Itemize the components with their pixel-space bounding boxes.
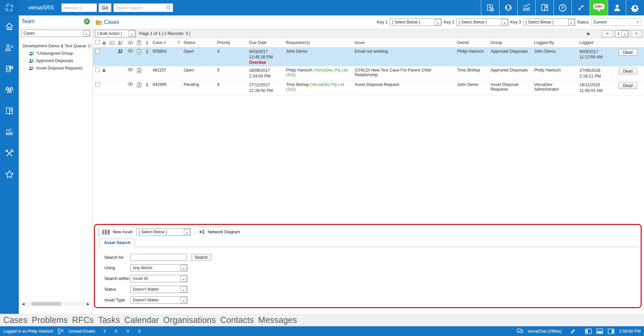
col-requestors[interactable]: Requestor(s) — [284, 38, 353, 47]
mail-queue-icon[interactable] — [4, 64, 14, 74]
reports-chart-icon[interactable] — [4, 127, 14, 137]
user-icon[interactable] — [608, 0, 626, 15]
new-record-icon[interactable] — [481, 0, 499, 15]
col-group[interactable]: Group — [489, 38, 533, 47]
chat-icon[interactable] — [517, 329, 523, 334]
row-checkbox[interactable] — [95, 82, 100, 87]
chat-status-text[interactable]: versaChat (Offline) — [528, 329, 561, 334]
queue-monitor-icon[interactable] — [58, 329, 64, 334]
layout-bottom-panel-icon[interactable] — [596, 329, 603, 334]
cell-case-number[interactable]: 442990 — [151, 81, 182, 95]
cell-logged: 9/03/2017 11:12:59 AM — [578, 47, 611, 66]
team-panel: Team ⟳ Cases ⌄ Development Demo & Test Q… — [19, 15, 93, 314]
scroll-left-icon[interactable]: ◀ — [21, 302, 25, 306]
scroll-right-icon[interactable]: ▶ — [86, 302, 91, 306]
unread-count[interactable]: 0 — [138, 329, 141, 334]
tree-item-asset-disposal-requests[interactable]: ▷ Asset Disposal Requests — [21, 64, 91, 72]
dead-button[interactable]: Dead — [619, 49, 637, 56]
cell-case-number[interactable]: 505803 — [151, 47, 182, 66]
using-select[interactable]: Any Words⌄ — [130, 264, 187, 272]
row-checkbox[interactable] — [95, 49, 100, 53]
page-number-select[interactable]: 1⌄ — [615, 30, 629, 37]
dead-button[interactable]: Dead — [619, 68, 637, 75]
refresh-icon[interactable]: ⟳ — [84, 18, 90, 25]
nav-organisations[interactable]: Organisations — [163, 315, 216, 325]
unread-count[interactable]: 0 — [127, 329, 129, 334]
nav-contacts[interactable]: Contacts — [220, 315, 254, 325]
team-horizontal-scrollbar[interactable]: ◀ ▶ — [21, 301, 91, 306]
prev-page-button[interactable]: < — [602, 30, 613, 37]
status-filter-select[interactable]: Current▼ — [591, 18, 641, 26]
drag-grip-icon[interactable] — [98, 229, 99, 236]
tab-asset-search[interactable]: Asset Search — [100, 239, 135, 247]
versasrs-logo[interactable] — [0, 0, 19, 15]
record-number-input[interactable] — [61, 3, 97, 12]
scrollbar-thumb[interactable] — [32, 302, 61, 306]
contacts-list-icon[interactable] — [4, 43, 14, 53]
favorites-star-icon[interactable] — [4, 170, 14, 180]
help-icon[interactable]: ? — [553, 0, 572, 15]
nav-rfcs[interactable]: RFCs — [72, 315, 94, 325]
play-icon[interactable]: ▶ — [587, 31, 590, 36]
search-within-select[interactable]: Asset ID⌄ — [130, 275, 187, 282]
expander-icon[interactable]: ▷ — [23, 66, 27, 70]
filter-icon[interactable] — [177, 41, 181, 45]
col-status[interactable]: Status — [182, 38, 216, 47]
dead-button[interactable]: Dead — [619, 82, 637, 89]
asset-search-button[interactable]: Search — [191, 254, 212, 261]
tree-root-queue[interactable]: Development Demo & Test Queue (0 — [21, 42, 91, 50]
knowledge-base-icon[interactable]: i — [535, 0, 553, 15]
cell-case-number[interactable]: 481157 — [151, 66, 182, 81]
cell-due-date: 9/03/2017 12:45:26 PM — [249, 49, 283, 60]
col-priority[interactable]: Priority — [216, 38, 248, 47]
table-row[interactable]: 505803 Open 4 9/03/2017 12:45:26 PMOverd… — [93, 47, 644, 66]
tree-item-unassigned-group[interactable]: *Unassigned Group — [21, 50, 91, 57]
layout-left-panel-icon[interactable] — [585, 329, 592, 334]
expander-icon[interactable]: ▷ — [23, 59, 27, 63]
key1-select[interactable]: { Select Below }⌄ — [390, 18, 442, 26]
teams-icon[interactable] — [4, 85, 14, 95]
notifications-icon[interactable]: 100+ — [590, 0, 608, 15]
col-logged[interactable]: Logged — [578, 38, 611, 47]
col-logged-by[interactable]: Logged By — [533, 38, 578, 47]
row-checkbox[interactable] — [95, 68, 100, 72]
col-case-number[interactable]: Case # — [153, 40, 166, 45]
compose-pen-icon[interactable] — [570, 329, 576, 334]
col-owner[interactable]: Owner — [455, 38, 489, 47]
cell-logged: 16/11/2015 11:55:03 AM — [578, 81, 611, 95]
nav-messages[interactable]: Messages — [258, 315, 297, 325]
quick-search-input[interactable] — [113, 3, 173, 12]
expand-icon[interactable] — [572, 0, 590, 15]
agent-headset-icon[interactable] — [499, 0, 517, 15]
statistics-icon[interactable] — [517, 0, 535, 15]
new-asset-select[interactable]: { Select Below }⌄ — [137, 228, 191, 236]
asset-type-select[interactable]: Doesn't Matter⌄ — [130, 296, 187, 304]
network-diagram-label[interactable]: Network Diagram — [208, 230, 240, 234]
next-page-button[interactable]: > — [631, 30, 642, 37]
unread-count[interactable]: 0 — [115, 329, 117, 334]
col-issue[interactable]: Issue — [353, 38, 455, 47]
home-icon[interactable] — [4, 21, 14, 32]
key2-select[interactable]: { Select Below }⌄ — [457, 18, 508, 26]
nav-problems[interactable]: Problems — [32, 315, 68, 325]
nav-calendar[interactable]: Calendar — [124, 315, 159, 325]
group-icon — [29, 51, 35, 56]
table-row[interactable]: 442990 Pending 8 27/12/2017 12:28:00 PM … — [93, 81, 644, 95]
key3-select[interactable]: { Select Below }⌄ — [523, 18, 575, 26]
select-all-checkbox[interactable] — [95, 40, 100, 44]
nav-tasks[interactable]: Tasks — [98, 315, 120, 325]
tree-item-approved-disposals[interactable]: ▷ Approved Disposals — [21, 57, 91, 64]
bulk-action-select[interactable]: { Bulk Action }⌄ — [95, 30, 136, 37]
asset-status-select[interactable]: Doesn't Matter⌄ — [130, 286, 187, 293]
col-due-date[interactable]: Due Date — [248, 38, 284, 47]
layout-right-panel-icon[interactable] — [608, 329, 614, 334]
tools-icon[interactable] — [4, 148, 14, 158]
team-type-select[interactable]: Cases ⌄ — [21, 30, 90, 37]
knowledge-book-icon[interactable]: i — [4, 106, 14, 116]
settings-gear-icon[interactable] — [626, 0, 644, 15]
unread-count[interactable]: 3 — [103, 329, 106, 334]
go-button[interactable]: Go — [99, 3, 112, 12]
asset-search-input[interactable] — [130, 254, 187, 261]
table-row[interactable]: 481157 Open 5 28/06/2017 2:34:00 PM Phil… — [93, 66, 644, 81]
nav-cases[interactable]: Cases — [3, 315, 28, 325]
